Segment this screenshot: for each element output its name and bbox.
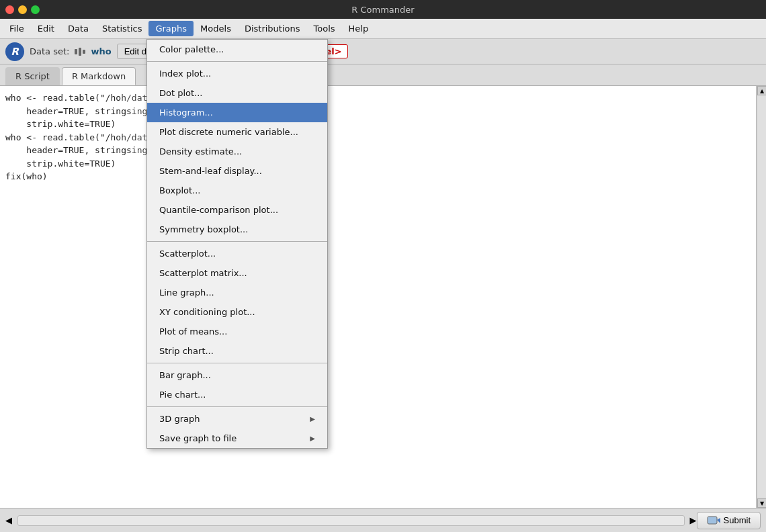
r-logo-icon: R [5, 42, 24, 61]
menu-item-label: Quantile-comparison plot... [159, 205, 278, 215]
graphs-menu-item-histogram[interactable]: Histogram... [147, 103, 327, 122]
menu-item-label: Pie chart... [159, 390, 206, 400]
menu-item-label: Scatterplot... [159, 249, 216, 259]
bar1 [75, 49, 77, 54]
menu-bar: FileEditDataStatisticsGraphsModelsDistri… [0, 19, 766, 39]
menu-item-label: Save graph to file [159, 433, 237, 443]
script-line: fix(who) [5, 170, 751, 183]
maximize-button[interactable] [31, 5, 40, 14]
scroll-down-arrow[interactable]: ▼ [757, 498, 766, 508]
horizontal-scrollbar[interactable] [17, 515, 685, 526]
close-button[interactable] [5, 5, 14, 14]
graphs-menu-item-plot-discrete[interactable]: Plot discrete numeric variable... [147, 122, 327, 142]
submenu-arrow-icon: ▶ [310, 415, 315, 423]
graphs-menu-item-pie-chart[interactable]: Pie chart... [147, 385, 327, 404]
scroll-up-arrow[interactable]: ▲ [757, 86, 766, 95]
graphs-menu-item-symmetry-boxplot[interactable]: Symmetry boxplot... [147, 220, 327, 239]
title-bar: R Commander [0, 0, 766, 19]
graphs-menu-item-scatterplot[interactable]: Scatterplot... [147, 244, 327, 263]
scroll-right-arrow[interactable]: ▶ [690, 515, 697, 525]
script-line: who <- read.table("/hoh/data/who.csv", [5, 91, 751, 105]
graphs-menu-item-quantile-comparison[interactable]: Quantile-comparison plot... [147, 200, 327, 220]
graphs-menu-item-color-palette[interactable]: Color palette... [147, 40, 327, 59]
dataset-name[interactable]: who [91, 46, 111, 56]
window-controls [5, 5, 40, 14]
script-line: header=TRUE, stringsings="NA", dec=".", [5, 105, 751, 118]
submit-button[interactable]: Submit [697, 512, 761, 529]
menu-item-tools[interactable]: Tools [307, 21, 342, 36]
toolbar: R Data set: who Edit data set Model: Σ <… [0, 39, 766, 64]
menu-item-models[interactable]: Models [194, 21, 238, 36]
menu-separator [147, 61, 327, 62]
menu-item-label: Dot plot... [159, 88, 203, 98]
bar2 [79, 48, 81, 56]
vertical-scrollbar[interactable]: ▲ ▼ [757, 86, 766, 508]
window-title: R Commander [351, 5, 414, 15]
menu-item-label: Line graph... [159, 287, 214, 298]
graphs-menu-item-strip-chart[interactable]: Strip chart... [147, 341, 327, 361]
script-line: strip.white=TRUE) [5, 118, 751, 131]
main-content: who <- read.table("/hoh/data/who.csv", h… [0, 86, 766, 508]
script-line: header=TRUE, stringsings="NA", dec=".", [5, 144, 751, 157]
menu-item-data[interactable]: Data [61, 21, 95, 36]
menu-item-label: Symmetry boxplot... [159, 224, 248, 234]
graphs-menu-item-density-estimate[interactable]: Density estimate... [147, 142, 327, 161]
menu-item-label: Index plot... [159, 69, 211, 79]
bar3 [83, 50, 85, 54]
svg-marker-1 [717, 518, 720, 523]
submenu-arrow-icon: ▶ [310, 435, 315, 442]
graphs-dropdown-menu: Color palette...Index plot...Dot plot...… [146, 39, 328, 449]
menu-item-label: Density estimate... [159, 146, 242, 157]
dataset-label: Data set: [30, 46, 69, 56]
graphs-menu-item-boxplot[interactable]: Boxplot... [147, 181, 327, 200]
menu-item-label: Bar graph... [159, 370, 211, 380]
menu-item-label: 3D graph [159, 414, 200, 424]
menu-item-distributions[interactable]: Distributions [238, 21, 307, 36]
script-line: who <- read.table("/hoh/data/who.csv", [5, 131, 751, 144]
graphs-menu-item-3d-graph[interactable]: 3D graph▶ [147, 409, 327, 429]
scroll-track [757, 95, 766, 498]
graphs-menu-item-dot-plot[interactable]: Dot plot... [147, 83, 327, 103]
tab-bar: R ScriptR Markdown [0, 64, 766, 86]
menu-item-label: Stem-and-leaf display... [159, 166, 262, 176]
svg-rect-0 [708, 517, 717, 524]
submit-label: Submit [724, 515, 751, 525]
menu-item-statistics[interactable]: Statistics [95, 21, 148, 36]
menu-item-label: Boxplot... [159, 185, 200, 195]
menu-separator [147, 363, 327, 363]
graphs-menu-item-index-plot[interactable]: Index plot... [147, 64, 327, 83]
minimize-button[interactable] [18, 5, 27, 14]
graphs-menu-item-line-graph[interactable]: Line graph... [147, 283, 327, 302]
graphs-menu-item-stem-and-leaf[interactable]: Stem-and-leaf display... [147, 161, 327, 181]
menu-separator [147, 406, 327, 407]
menu-item-label: Color palette... [159, 44, 224, 54]
menu-item-label: Scatterplot matrix... [159, 268, 247, 278]
graphs-menu-item-bar-graph[interactable]: Bar graph... [147, 365, 327, 385]
menu-separator [147, 241, 327, 242]
script-area[interactable]: who <- read.table("/hoh/data/who.csv", h… [0, 86, 757, 508]
menu-item-file[interactable]: File [3, 21, 31, 36]
graphs-menu-item-save-graph[interactable]: Save graph to file▶ [147, 429, 327, 448]
menu-item-edit[interactable]: Edit [31, 21, 61, 36]
graphs-menu-item-scatterplot-matrix[interactable]: Scatterplot matrix... [147, 263, 327, 283]
bottom-bar: ◀ ▶ Submit [0, 508, 766, 532]
graphs-menu-item-plot-of-means[interactable]: Plot of means... [147, 322, 327, 341]
menu-item-graphs[interactable]: Graphs [148, 21, 194, 36]
scroll-left-arrow[interactable]: ◀ [5, 515, 12, 525]
menu-item-label: Plot discrete numeric variable... [159, 127, 298, 137]
script-line: strip.white=TRUE) [5, 157, 751, 171]
submit-icon [707, 515, 720, 526]
tab-rscript[interactable]: R Script [5, 67, 60, 85]
menu-item-help[interactable]: Help [342, 21, 376, 36]
dataset-icon [75, 48, 85, 56]
menu-item-label: Strip chart... [159, 346, 214, 356]
graphs-menu-item-xy-conditioning[interactable]: XY conditioning plot... [147, 302, 327, 322]
menu-item-label: Plot of means... [159, 326, 227, 337]
menu-item-label: Histogram... [159, 107, 213, 118]
tab-rmarkdown[interactable]: R Markdown [62, 67, 136, 85]
menu-item-label: XY conditioning plot... [159, 307, 255, 317]
